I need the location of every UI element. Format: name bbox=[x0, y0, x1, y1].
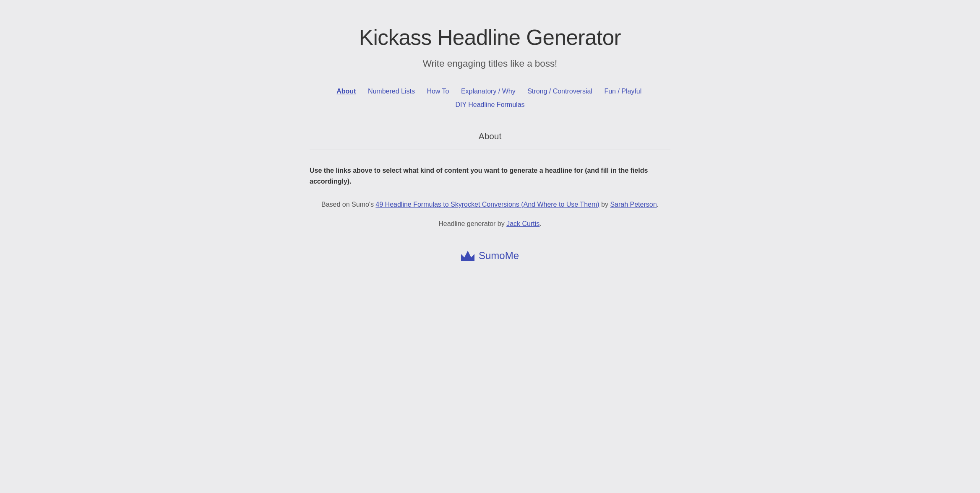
main-nav: About Numbered Lists How To Explanatory … bbox=[310, 86, 670, 110]
generator-suffix: . bbox=[540, 220, 541, 227]
nav-item-diy-formulas[interactable]: DIY Headline Formulas bbox=[450, 99, 529, 110]
nav-sep-6 bbox=[646, 86, 648, 97]
page-title: Kickass Headline Generator bbox=[359, 25, 621, 50]
about-instruction: Use the links above to select what kind … bbox=[310, 165, 670, 187]
content-area: About Use the links above to select what… bbox=[310, 131, 670, 262]
author-suffix: . bbox=[657, 201, 659, 208]
nav-item-numbered-lists[interactable]: Numbered Lists bbox=[363, 86, 420, 97]
based-on-text: Based on Sumo's 49 Headline Formulas to … bbox=[310, 199, 670, 210]
page-subtitle: Write engaging titles like a boss! bbox=[423, 58, 558, 69]
sumome-branding: SumoMe bbox=[310, 250, 670, 262]
nav-item-explanatory-why[interactable]: Explanatory / Why bbox=[456, 86, 521, 97]
nav-item-fun-playful[interactable]: Fun / Playful bbox=[599, 86, 646, 97]
section-divider bbox=[310, 150, 670, 150]
sumome-text: SumoMe bbox=[479, 250, 519, 262]
nav-item-strong-controversial[interactable]: Strong / Controversial bbox=[522, 86, 597, 97]
based-on-by: by bbox=[599, 201, 610, 208]
generator-by-text: Headline generator by Jack Curtis. bbox=[310, 218, 670, 229]
author-link[interactable]: Sarah Peterson bbox=[610, 201, 657, 208]
section-title: About bbox=[310, 131, 670, 141]
based-on-prefix: Based on Sumo's bbox=[321, 201, 375, 208]
svg-marker-0 bbox=[461, 251, 474, 261]
jack-curtis-link[interactable]: Jack Curtis bbox=[506, 220, 540, 227]
nav-item-how-to[interactable]: How To bbox=[422, 86, 454, 97]
generator-prefix: Headline generator by bbox=[438, 220, 506, 227]
based-on-link[interactable]: 49 Headline Formulas to Skyrocket Conver… bbox=[375, 201, 599, 208]
sumome-crown-icon bbox=[461, 251, 474, 261]
nav-item-about[interactable]: About bbox=[331, 86, 361, 97]
